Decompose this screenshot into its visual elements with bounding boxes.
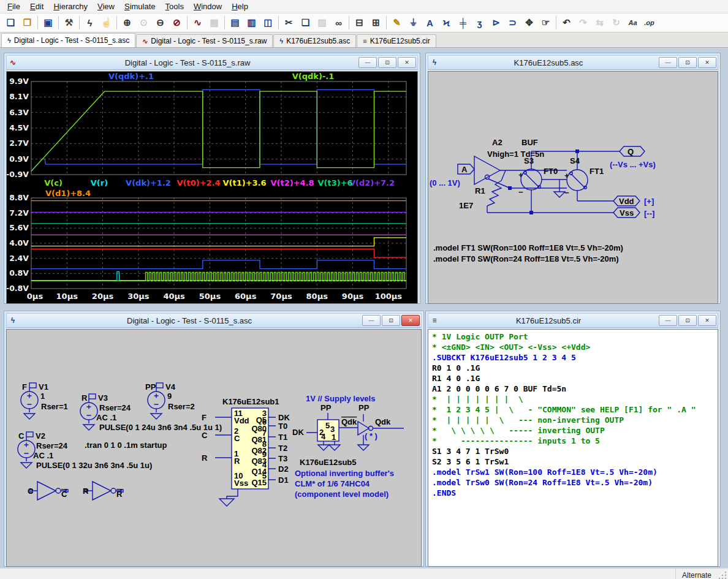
schematic-text: PP (145, 382, 156, 392)
menu-view[interactable]: View (93, 1, 119, 12)
draw-wire-icon[interactable]: ✎ (389, 15, 405, 31)
trace-V(t0)+2.4[interactable] (31, 249, 406, 257)
legend-V(dk)+1.2[interactable]: V(dk)+1.2 (126, 178, 171, 187)
buffer-a2[interactable] (474, 156, 500, 184)
place-diode-icon[interactable]: ⊳ (488, 15, 504, 31)
menu-hierarchy[interactable]: Hierarchy (48, 1, 93, 12)
new-schematic-icon[interactable]: ❑ (2, 15, 19, 31)
restore-button[interactable]: ⊡ (378, 57, 396, 68)
close-button[interactable]: ✕ (698, 57, 716, 68)
minimize-button[interactable]: — (659, 315, 677, 326)
schematic-text: − (518, 187, 523, 197)
legend-V(t0)+2.4[interactable]: V(t0)+2.4 (176, 178, 220, 187)
close-button[interactable]: ✕ (698, 315, 716, 326)
waveform-plot-area[interactable]: 9.9V8.1V6.3V4.5V2.7V0.9V-0.9V8.8V7.2V5.6… (6, 71, 418, 304)
legend-V(c)[interactable]: V(c) (44, 178, 63, 187)
x-tick-label: 30µs (127, 292, 150, 301)
legend-V(t2)+4.8[interactable]: V(t2)+4.8 (270, 178, 314, 187)
menu-edit[interactable]: Edit (25, 1, 48, 12)
schematic-canvas-sub[interactable]: A2BUFVhigh=1 Td=5nA(0 ... 1V)R11E7S3FT0S… (428, 71, 718, 304)
voltage-source-v3[interactable] (80, 399, 97, 423)
trace-V(t1)+3.6[interactable] (31, 238, 406, 246)
y-tick-label: 8.8V (9, 193, 29, 202)
place-label-icon[interactable]: A (422, 15, 438, 31)
tab-K176uE12sub5.cir[interactable]: ≡K176uE12sub5.cir (357, 34, 436, 47)
zoom-in-icon[interactable]: ⊕ (119, 15, 135, 31)
y-tick-label: 5.6V (9, 223, 29, 232)
window-titlebar[interactable]: ∿ Digital - Logic - Test - S-0115_s.raw … (6, 55, 418, 70)
legend-V(t3)+6[interactable]: V(t3)+6 (317, 178, 352, 187)
window-netlist: ≡ K176uE12sub5.cir —⊡✕ * 1V Logic OUTP P… (425, 311, 721, 567)
legend-V(d1)+8.4[interactable]: V(d1)+8.4 (45, 189, 91, 198)
print-preview-icon[interactable]: ⊞ (368, 15, 384, 31)
print-icon[interactable]: ⊟ (351, 15, 368, 31)
close-button[interactable]: ✕ (401, 315, 420, 326)
restore-button[interactable]: ⊡ (678, 315, 697, 326)
drag-icon[interactable]: ☞ (537, 15, 554, 31)
ground-icon (219, 499, 234, 506)
window-titlebar[interactable]: ϟ Digital - Logic - Test - S-0115_s.asc … (6, 313, 422, 328)
legend-V(d2)+7.2[interactable]: V(d2)+7.2 (349, 178, 395, 187)
voltage-source-v2[interactable] (18, 437, 35, 461)
netlist-editor[interactable]: * 1V Logic OUTP Port* <±GND> <IN> <OUT> … (428, 329, 718, 567)
mirror-icon: ⇆ (591, 15, 608, 31)
voltage-source-v1[interactable] (21, 388, 38, 412)
place-resistor-icon[interactable]: Ϟ (438, 15, 455, 31)
menu-window[interactable]: Window (189, 1, 227, 12)
control-panel-icon[interactable]: ⚒ (61, 15, 77, 31)
restore-button[interactable]: ⊡ (382, 315, 400, 326)
schematic-text: PP (358, 403, 370, 412)
cut-icon[interactable]: ✂ (281, 15, 297, 31)
menu-simulate[interactable]: Simulate (119, 1, 161, 12)
place-capacitor-icon[interactable]: ╪ (455, 15, 471, 31)
place-component-icon[interactable]: ⊃ (504, 15, 521, 31)
menu-file[interactable]: File (2, 1, 25, 12)
place-ground-icon[interactable]: ⏚ (405, 15, 422, 31)
tab-Digital - Logic - Test - S-0115_s.raw[interactable]: ∿Digital - Logic - Test - S-0115_s.raw (136, 34, 273, 47)
schematic-text: R1 (475, 186, 485, 195)
trace-V(dk)+1.2[interactable] (31, 260, 406, 269)
close-button[interactable]: ✕ (398, 57, 416, 68)
restore-button[interactable]: ⊡ (678, 57, 697, 68)
ground-icon (21, 463, 32, 468)
window-titlebar[interactable]: ≡ K176uE12sub5.cir —⊡✕ (428, 313, 718, 328)
netlist-line: * \ \ \ \ \ ----- inverting OUTP (432, 425, 714, 436)
schematic-text: Vdd (619, 197, 634, 206)
zoom-out-icon[interactable]: ⊖ (152, 15, 169, 31)
copy-icon[interactable]: ❏ (297, 15, 314, 31)
minimize-button[interactable]: — (362, 315, 381, 326)
save-icon[interactable]: ▣ (40, 15, 56, 31)
tile-horizontal-icon[interactable]: ▤ (227, 15, 243, 31)
netlist-line: .SUBCKT K176uE12sub5 1 2 3 4 5 (432, 352, 714, 363)
zoom-full-extents-icon[interactable]: ⊘ (169, 15, 185, 31)
undo-icon[interactable]: ↶ (558, 15, 575, 31)
autorange-y-axis-icon[interactable]: ∿ (189, 15, 206, 31)
legend-V(t1)+3.6[interactable]: V(t1)+3.6 (222, 178, 266, 187)
schematic-text: DK (278, 413, 290, 422)
tab-Digital - Logic - Test - S-0115_s.asc[interactable]: ϟDigital - Logic - Test - S-0115_s.asc (1, 33, 135, 47)
trace-label-V(qdk)-.1[interactable]: V(qdk)-.1 (292, 72, 335, 81)
tile-vertical-icon[interactable]: ▥ (243, 15, 260, 31)
cascade-windows-icon[interactable]: ◫ (260, 15, 276, 31)
menu-help[interactable]: Help (227, 1, 253, 12)
minimize-button[interactable]: — (659, 57, 677, 68)
place-inductor-icon[interactable]: ʒ (471, 15, 488, 31)
tab-label: K176uE12sub5.asc (286, 37, 350, 45)
legend-V(r)[interactable]: V(r) (91, 178, 108, 187)
minimize-button[interactable]: — (358, 57, 377, 68)
window-titlebar[interactable]: ϟ K176uE12sub5.asc —⊡✕ (428, 55, 718, 70)
spice-directive-icon[interactable]: .op (641, 15, 658, 31)
open-icon[interactable]: ❒ (19, 15, 36, 31)
schematic-text: Rser=24 (99, 403, 131, 412)
run-icon[interactable]: ϟ (82, 15, 98, 31)
text-icon[interactable]: Aa (624, 15, 641, 31)
find-icon[interactable]: ∞ (330, 15, 347, 31)
voltage-source-v4[interactable] (148, 388, 165, 412)
resize-grip[interactable] (718, 570, 727, 579)
move-icon[interactable]: ✥ (521, 15, 537, 31)
tab-K176uE12sub5.asc[interactable]: ϟK176uE12sub5.asc (273, 34, 356, 47)
menu-tools[interactable]: Tools (161, 1, 189, 12)
resistor-r1[interactable] (487, 181, 501, 206)
trace-label-V(qdk)+.1[interactable]: V(qdk)+.1 (108, 72, 154, 81)
schematic-canvas-main[interactable]: FV11Rser=1CV2Rser=24AC .1PULSE(0 1 32u 3… (6, 329, 422, 567)
